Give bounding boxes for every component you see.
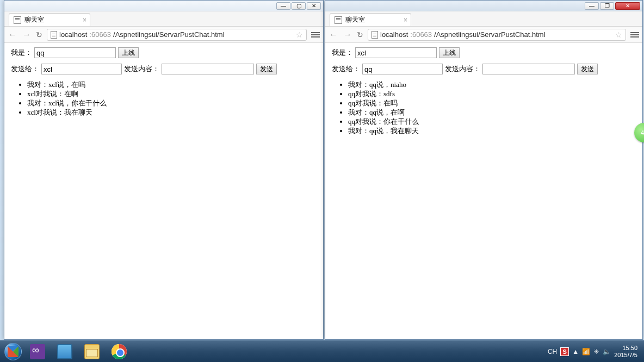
back-button[interactable]: ← [8,30,17,40]
tab-title: 聊天室 [345,15,365,24]
window-minimize-button[interactable]: — [276,2,290,10]
tab-bar: 聊天室 × [4,11,323,27]
forward-button[interactable]: → [22,30,32,40]
url-page-icon [51,31,57,39]
label-target: 发送给： [11,64,39,74]
browser-tab[interactable]: 聊天室 × [330,13,411,26]
browser-tab[interactable]: 聊天室 × [9,13,90,26]
url-path: /Aspnetlingsui/ServarPustChat.html [113,30,224,39]
page-icon [335,16,342,24]
tab-close-icon[interactable]: × [404,16,407,24]
windows-taskbar: CH S ▲ 📶 ☀ 🔈 15:50 2015/7/5 [0,340,644,362]
page-content: 我是： 上线 发送给： 发送内容： 发送 我对：xcl说，在吗xcl对我说：在啊… [4,43,323,339]
window-close-button[interactable]: ✕ [307,2,321,10]
windows-orb-icon [4,343,22,360]
clock-time: 15:50 [614,345,637,352]
window-maximize-button[interactable]: ▢ [292,2,306,10]
taskbar-item-monitor[interactable] [52,342,78,361]
browser-window-right: — ❐ ✕ 聊天室 × ← → ↻ localhost:60663/Aspnet… [325,0,643,340]
chrome-menu-button[interactable] [311,32,320,38]
target-input[interactable] [362,64,443,74]
url-port: :60663 [89,30,111,39]
tab-bar: 聊天室 × [325,11,642,27]
message-item: 我对：xcl说，在吗 [27,80,317,89]
back-button[interactable]: ← [329,30,338,40]
row-username: 我是： 上线 [332,47,636,58]
row-send: 发送给： 发送内容： 发送 [332,64,636,74]
username-input[interactable] [34,47,116,58]
window-minimize-button[interactable]: — [585,2,599,10]
label-target: 发送给： [332,64,360,74]
send-button[interactable]: 发送 [577,64,598,74]
bookmark-star-icon[interactable]: ☆ [615,30,622,39]
window-restore-button[interactable]: ❐ [600,2,614,10]
address-bar[interactable]: localhost:60663/Aspnetlingsui/ServarPust… [368,29,626,41]
row-username: 我是： 上线 [11,47,317,58]
address-bar[interactable]: localhost:60663/Aspnetlingsui/ServarPust… [47,29,307,41]
visual-studio-icon [30,344,45,359]
sogou-tray-icon[interactable]: S [560,347,569,356]
label-me: 我是： [11,48,32,58]
message-item: qq对我说：你在干什么 [348,117,636,126]
ime-indicator[interactable]: CH [548,348,557,355]
label-content: 发送内容： [124,64,159,74]
content-input[interactable] [482,64,575,74]
volume-icon[interactable]: 🔈 [603,348,611,355]
url-page-icon [371,31,378,39]
url-path: /Aspnetlingsui/ServarPustChat.html [434,30,545,39]
message-item: 我对：qq说，在啊 [348,108,636,117]
url-port: :60663 [410,30,432,39]
message-item: qq对我说：sdfs [348,89,636,98]
url-host: localhost [380,30,408,39]
page-content: 我是： 上线 发送给： 发送内容： 发送 我对：qq说，niahoqq对我说：s… [325,43,642,339]
username-input[interactable] [355,47,437,58]
taskbar-clock[interactable]: 15:50 2015/7/5 [614,345,637,359]
message-item: xcl对我说：在啊 [27,89,317,98]
clock-date: 2015/7/5 [614,352,637,359]
row-send: 发送给： 发送内容： 发送 [11,64,317,74]
url-host: localhost [59,30,87,39]
browser-toolbar: ← → ↻ localhost:60663/Aspnetlingsui/Serv… [4,27,323,43]
browser-window-left: — ▢ ✕ 聊天室 × ← → ↻ localhost:60663/Aspnet… [4,0,324,340]
forward-button[interactable]: → [343,30,352,40]
tab-title: 聊天室 [24,15,44,24]
window-close-button[interactable]: ✕ [615,2,640,10]
label-content: 发送内容： [445,64,480,74]
taskbar-item-explorer[interactable] [79,342,105,361]
taskbar-item-chrome[interactable] [106,342,132,361]
send-button[interactable]: 发送 [256,64,277,74]
message-item: 我对：xcl说，你在干什么 [27,98,317,108]
window-titlebar: — ▢ ✕ [4,1,323,11]
message-item: 我对：qq说，niaho [348,80,636,89]
reload-button[interactable]: ↻ [36,30,42,39]
bookmark-star-icon[interactable]: ☆ [296,30,303,39]
message-list-left: 我对：xcl说，在吗xcl对我说：在啊我对：xcl说，你在干什么xcl对我说：我… [27,80,317,117]
message-list-right: 我对：qq说，niahoqq对我说：sdfsqq对我说：在吗我对：qq说，在啊q… [348,80,636,135]
content-input[interactable] [162,64,254,74]
monitor-icon [57,344,72,359]
window-titlebar: — ❐ ✕ [325,1,642,11]
tray-overflow-icon[interactable]: ▲ [572,348,579,355]
reload-button[interactable]: ↻ [357,30,363,39]
chrome-menu-button[interactable] [630,32,639,38]
folder-icon [84,344,100,359]
browser-toolbar: ← → ↻ localhost:60663/Aspnetlingsui/Serv… [325,27,642,43]
tab-close-icon[interactable]: × [83,16,86,24]
weather-icon[interactable]: ☀ [593,348,599,355]
message-item: xcl对我说：我在聊天 [27,108,317,117]
message-item: 我对：qq说，我在聊天 [348,126,636,135]
taskbar-item-visualstudio[interactable] [24,342,51,361]
message-item: qq对我说：在吗 [348,98,636,108]
system-tray: CH S ▲ 📶 ☀ 🔈 15:50 2015/7/5 [548,345,642,359]
network-icon[interactable]: 📶 [582,348,590,355]
chrome-icon [112,344,127,359]
start-button[interactable] [2,342,24,361]
label-me: 我是： [332,48,353,58]
page-icon [14,16,21,24]
online-button[interactable]: 上线 [118,47,139,58]
online-button[interactable]: 上线 [439,47,460,58]
target-input[interactable] [41,64,122,74]
